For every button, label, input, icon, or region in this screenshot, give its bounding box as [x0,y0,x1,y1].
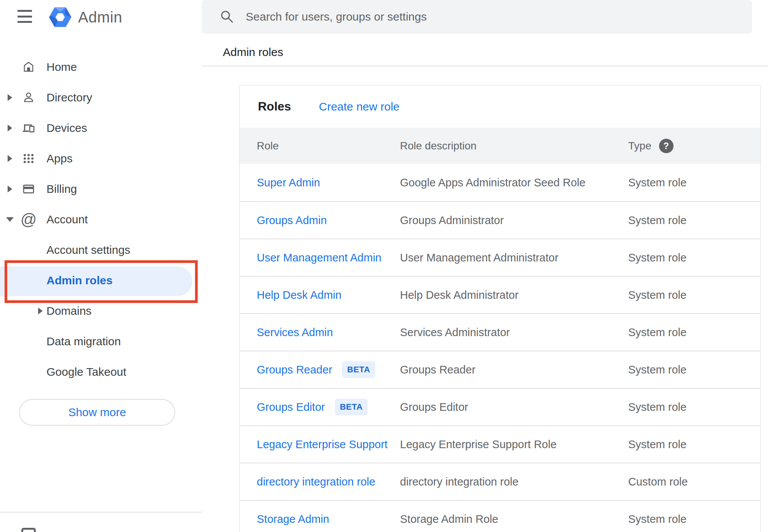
create-new-role-link[interactable]: Create new role [319,100,400,113]
table-row: Super Admin Google Apps Administrator Se… [240,164,760,201]
role-type: System role [628,389,686,425]
role-description: Help Desk Administrator [400,277,518,313]
role-link[interactable]: Groups Admin [257,214,327,227]
devices-icon [22,121,35,135]
expand-right-icon[interactable] [8,125,12,131]
roles-panel: Roles Create new role Role Role descript… [239,85,761,532]
role-link[interactable]: Groups Reader [257,364,332,376]
sidebar-item-label: Apps [46,152,72,165]
sidebar-item-label: Home [46,61,77,74]
sidebar-item-label: Account [46,213,88,226]
admin-logo: Admin [48,5,122,29]
sidebar-item-label: Google Takeout [46,365,126,378]
expand-right-icon[interactable] [8,94,12,101]
person-icon [22,91,35,104]
table-row: Groups Editor BETA Groups Editor System … [240,388,760,425]
table-row: Legacy Enterprise Support Legacy Enterpr… [240,425,760,463]
table-header-row: Role Role description Type ? [240,128,760,164]
sidebar-item-label: Devices [46,122,87,135]
role-type: System role [628,351,686,388]
role-type: System role [628,239,686,276]
roles-panel-header: Roles Create new role [240,85,760,128]
sidebar-item-label: Directory [46,91,92,104]
role-link[interactable]: Legacy Enterprise Support [257,438,387,451]
table-row: Groups Reader BETA Groups Reader System … [240,351,760,388]
sidebar-item-home[interactable]: Home [0,52,202,82]
sidebar-item-label: Account settings [46,244,130,256]
table-row: Storage Admin Storage Admin Role System … [240,500,760,532]
table-row: Services Admin Services Administrator Sy… [240,313,760,351]
role-link[interactable]: Super Admin [257,176,320,189]
sidebar-item-label: Domains [46,304,91,317]
role-link[interactable]: Services Admin [257,326,333,339]
sidebar: Admin Home Directory Devices [0,0,202,532]
role-description: Google Apps Administrator Seed Role [400,164,586,201]
panel-title: Roles [258,99,291,114]
table-row: Help Desk Admin Help Desk Administrator … [240,276,760,313]
role-type: System role [628,314,686,351]
table-row: directory integration role directory int… [240,463,760,500]
search-input[interactable] [202,0,752,34]
sidebar-item-label: Data migration [46,335,121,348]
role-description: Groups Administrator [400,202,504,239]
role-type: System role [628,202,686,239]
role-type: System role [628,277,686,313]
role-link[interactable]: Groups Editor [257,401,325,413]
at-sign-icon: @ [22,213,35,226]
sidebar-item-admin-roles[interactable]: Admin roles [0,265,202,296]
beta-badge: BETA [342,361,375,378]
app-title: Admin [78,9,122,26]
show-more-button[interactable]: Show more [19,399,175,426]
breadcrumb: Admin roles [223,46,283,59]
breadcrumb-divider [202,66,768,66]
sidebar-item-devices[interactable]: Devices [0,113,202,143]
column-header-type-label: Type [628,140,651,152]
expand-right-icon[interactable] [8,155,12,162]
role-description: Legacy Enterprise Support Role [400,426,557,463]
expand-down-icon[interactable] [6,217,14,222]
sidebar-item-account-settings[interactable]: Account settings [0,235,202,265]
sidebar-item-apps[interactable]: Apps [0,143,202,174]
home-icon [22,60,35,74]
table-row: User Management Admin User Management Ad… [240,239,760,276]
admin-console-page: Admin Home Directory Devices [0,0,768,532]
sidebar-item-domains[interactable]: Domains [0,296,202,326]
role-description: Groups Editor [400,389,468,425]
sidebar-item-google-takeout[interactable]: Google Takeout [0,357,202,387]
role-description: User Management Administrator [400,239,558,276]
sidebar-bottom-divider [0,512,202,513]
role-type: System role [628,426,686,463]
role-link[interactable]: Storage Admin [257,513,329,526]
table-row: Groups Admin Groups Administrator System… [240,201,760,239]
role-link[interactable]: directory integration role [257,476,375,488]
column-header-description: Role description [400,128,477,164]
role-link[interactable]: Help Desk Admin [257,289,341,301]
sidebar-item-label: Billing [46,183,77,195]
sidebar-item-data-migration[interactable]: Data migration [0,326,202,357]
expand-right-icon[interactable] [38,308,43,314]
column-header-type: Type ? [628,128,674,164]
role-link[interactable]: User Management Admin [257,252,381,264]
apps-grid-icon [22,152,35,165]
help-icon[interactable]: ? [659,139,674,153]
role-type: System role [628,164,686,201]
role-description: Storage Admin Role [400,501,498,532]
sidebar-item-account[interactable]: @ Account [0,204,202,235]
admin-hexagon-logo-icon [48,6,72,28]
role-description: Services Administrator [400,314,510,351]
partial-bottom-icon [21,528,36,532]
sidebar-item-directory[interactable]: Directory [0,82,202,113]
role-description: Groups Reader [400,351,475,388]
sidebar-item-label: Admin roles [46,274,112,287]
credit-card-icon [22,182,35,196]
role-type: System role [628,501,686,532]
menu-hamburger-icon[interactable] [18,10,36,23]
expand-right-icon[interactable] [8,186,12,192]
sidebar-item-billing[interactable]: Billing [0,174,202,204]
column-header-role: Role [257,128,279,164]
role-type: Custom role [628,463,688,500]
beta-badge: BETA [335,399,368,415]
role-description: directory integration role [400,463,518,500]
